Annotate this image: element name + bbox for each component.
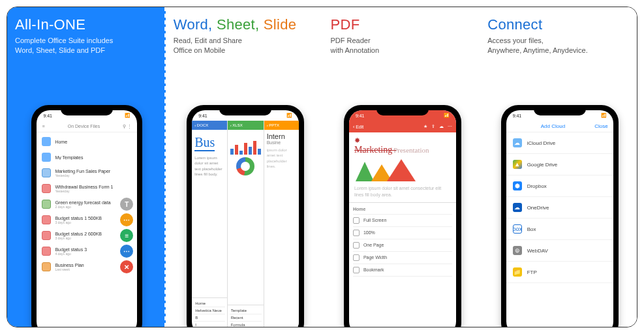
share-badge: ≡ [120, 229, 133, 242]
list-item[interactable]: Budget status 34 days ago⋯ [37, 243, 137, 259]
close-badge[interactable]: ✕ [120, 260, 133, 273]
pdf-icon [42, 247, 51, 256]
tab-slide[interactable]: ‹ PPTX [264, 121, 299, 130]
phone-notch [534, 105, 586, 115]
list-item[interactable]: Budget status 2 600KB3 days ago≡ [37, 228, 137, 243]
panel-desc: Complete Office Suite includes Word, She… [15, 36, 159, 55]
add-cloud-header: Add Cloud Close [506, 121, 613, 132]
panel-title: Word, Sheet, Slide [174, 16, 318, 33]
file-list-header: ≡ On Device Files ⚲ ⋮ [37, 121, 137, 132]
font-row[interactable]: Helvetica Neue [194, 307, 225, 314]
list-item[interactable]: Budget status 1 500KB3 days ago⋯ [37, 212, 137, 228]
area-chart [354, 159, 451, 181]
menu-page-width[interactable]: Page Width [353, 252, 452, 264]
slide-title: Intern [267, 132, 297, 140]
back-button[interactable]: ‹ Edit [353, 125, 363, 129]
close-button[interactable]: Close [594, 123, 607, 129]
gdrive-icon: ▲ [513, 160, 522, 169]
pdf-page: ✸ MarketingPresentation Lorem ipsum dolo… [349, 132, 456, 202]
phone-screen: 9:41📶 Add Cloud Close ☁iCloud Drive ▲Goo… [506, 110, 613, 327]
list-item[interactable]: Business PlanLast week✕ [37, 259, 137, 275]
slide-sub: Busine [267, 140, 297, 145]
list-item[interactable]: Green energy forecast data2 days agoT [37, 196, 137, 212]
folder-icon [42, 153, 51, 162]
phone-mock-editor: 9:41📶 ‹ DOCX Bus Lorem ipsum dolor sit a… [187, 105, 304, 327]
cloud-service-list: ☁iCloud Drive ▲Google Drive ⬢Dropbox ☁On… [506, 132, 613, 283]
tab-template[interactable]: Template [230, 307, 262, 314]
onedrive-icon: ☁ [513, 203, 522, 212]
phone-screen: 9:41 📶 ≡ On Device Files ⚲ ⋮ Home My Tem… [37, 110, 137, 327]
menu-recent[interactable]: Recent [230, 314, 262, 322]
cloud-icon[interactable]: ☁ [439, 124, 444, 129]
share-icon[interactable]: ⇪ [431, 124, 435, 129]
sheet-pane: ‹ XLSX 52% [228, 121, 264, 327]
bar-chart [230, 135, 261, 155]
ftp-icon: 📁 [513, 267, 522, 277]
menu-bookmark[interactable]: Bookmark [353, 264, 452, 277]
phone-screen: 9:41📶 ‹ DOCX Bus Lorem ipsum dolor sit a… [192, 110, 299, 327]
tab-home[interactable]: Home [194, 300, 225, 307]
zoom-icon [353, 230, 360, 236]
menu-zoom-100[interactable]: 100% [353, 227, 452, 239]
file-list: Home My Templates Marketing Fun Sales Pa… [37, 132, 137, 276]
slide-icon [42, 262, 51, 271]
menu-full-screen[interactable]: Full Screen [353, 215, 452, 227]
panel-desc: PDF Reader with Annotation [331, 36, 475, 55]
webdav-icon: ⊚ [513, 246, 522, 255]
search-icon[interactable]: ⚲ ⋮ [123, 124, 132, 129]
hamburger-icon[interactable]: ≡ [42, 124, 44, 129]
panel-desc: Read, Edit and Share Office on Mobile [174, 36, 318, 55]
list-item[interactable]: Marketing Fun Sales PaperYesterday [37, 165, 137, 181]
avatar-badge: T [120, 198, 133, 211]
phone-screen: 9:41📶 ‹ Edit ★ ⇪ ☁ ⋯ ✸ MarketingPresenta… [349, 110, 456, 327]
doc-big-text: Bus [194, 135, 215, 151]
list-item[interactable]: Home [37, 134, 137, 149]
service-box[interactable]: boxBox [506, 219, 613, 240]
style-italic[interactable]: I [194, 322, 225, 327]
phone-notch [219, 105, 271, 115]
list-item[interactable]: My Templates [37, 149, 137, 165]
annotation-strikethrough: Marketing [354, 145, 392, 155]
service-dropbox[interactable]: ⬢Dropbox [506, 175, 613, 197]
list-item[interactable]: Withdrawal Business Form 1Yesterday [37, 181, 137, 196]
service-ftp[interactable]: 📁FTP [506, 262, 613, 283]
phone-mock-pdf: 9:41📶 ‹ Edit ★ ⇪ ☁ ⋯ ✸ MarketingPresenta… [344, 105, 461, 327]
pdf-icon [42, 184, 51, 193]
style-bold[interactable]: B [194, 314, 225, 322]
phone-notch [376, 105, 429, 115]
phone-mock-connect: 9:41📶 Add Cloud Close ☁iCloud Drive ▲Goo… [501, 105, 619, 327]
fullscreen-icon [353, 217, 360, 224]
panel-pdf: PDF PDF Reader with Annotation 9:41📶 ‹ E… [323, 7, 480, 327]
cloud-icon: ☁ [513, 138, 522, 147]
format-toolbar: Home Helvetica Neue B I Underline One [192, 297, 227, 327]
slide-pane: ‹ PPTX Intern Busine ipsum dolor amet te… [264, 121, 299, 327]
tab-home[interactable]: Home [353, 204, 452, 215]
phone-notch [61, 105, 113, 115]
header-title: Add Cloud [541, 123, 565, 129]
service-icloud[interactable]: ☁iCloud Drive [506, 132, 613, 154]
panel-title: PDF [331, 16, 475, 33]
width-icon [353, 254, 360, 261]
pdf-view-menu: Home Full Screen 100% One Page Page Widt… [349, 202, 456, 278]
formula-menu: Template Recent Formula Logical Text [228, 305, 264, 327]
menu-formula[interactable]: Formula [230, 322, 262, 327]
star-icon[interactable]: ★ [423, 124, 427, 129]
sheet-icon [42, 200, 51, 209]
panel-title: All-In-ONE [15, 16, 159, 33]
dropbox-icon: ⬢ [513, 181, 522, 190]
service-webdav[interactable]: ⊚WebDAV [506, 240, 613, 262]
doc-icon [42, 168, 51, 177]
tab-word[interactable]: ‹ DOCX [192, 121, 227, 130]
menu-one-page[interactable]: One Page [353, 239, 452, 252]
panel-desc: Access your files, Anywhere, Anytime, An… [487, 36, 632, 55]
more-icon[interactable]: ⋯ [448, 124, 452, 129]
status-icons: 📶 [125, 113, 130, 118]
panel-connect: Connect Access your files, Anywhere, Any… [480, 7, 637, 327]
panel-all-in-one: All-In-ONE Complete Office Suite include… [7, 7, 166, 327]
tab-sheet[interactable]: ‹ XLSX [228, 121, 264, 130]
app-showcase-frame: All-In-ONE Complete Office Suite include… [7, 7, 637, 327]
service-onedrive[interactable]: ☁OneDrive [506, 197, 613, 219]
service-google-drive[interactable]: ▲Google Drive [506, 154, 613, 175]
pdf-icon [42, 215, 51, 224]
pdf-toolbar: ‹ Edit ★ ⇪ ☁ ⋯ [349, 121, 456, 132]
